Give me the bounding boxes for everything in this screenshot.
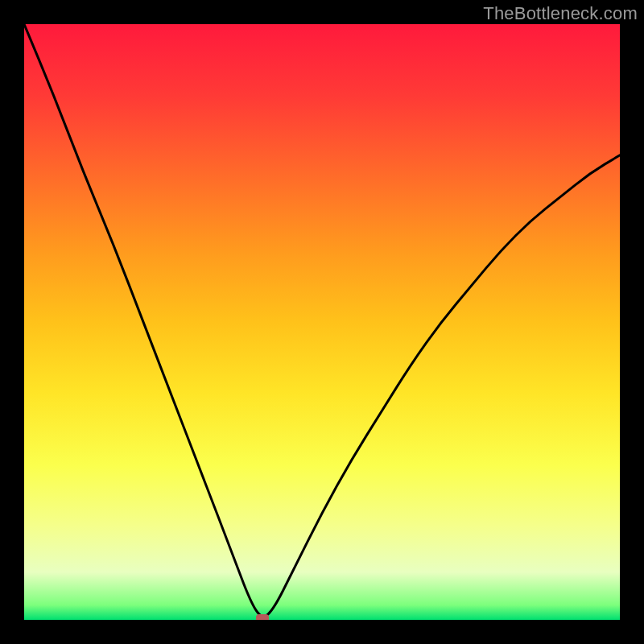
chart-frame: TheBottleneck.com <box>0 0 644 644</box>
curve-svg <box>24 24 620 620</box>
watermark-text: TheBottleneck.com <box>483 3 638 24</box>
plot-area <box>24 24 620 620</box>
bottleneck-curve <box>24 24 620 617</box>
optimal-point-marker <box>256 614 269 620</box>
